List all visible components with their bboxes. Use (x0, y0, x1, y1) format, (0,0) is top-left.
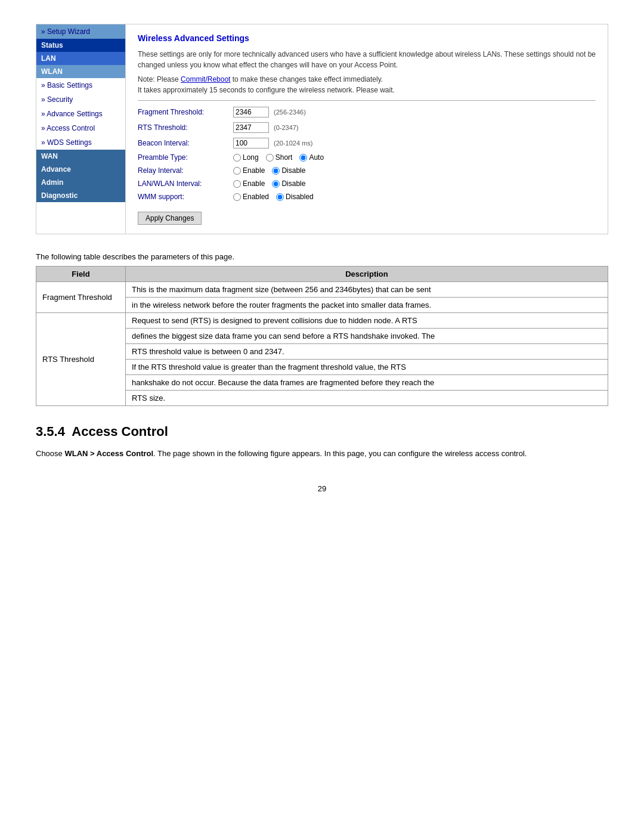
lan-wlan-disable-radio[interactable] (272, 180, 280, 188)
sidebar-item-admin[interactable]: Admin (36, 176, 125, 189)
sidebar-item-wds-settings[interactable]: » WDS Settings (36, 135, 125, 150)
fragment-threshold-label: Fragment Threshold: (138, 108, 233, 116)
field-desc-rts-4: If the RTS threshold value is greater th… (126, 360, 608, 375)
sidebar-item-advance[interactable]: Advance (36, 163, 125, 176)
sidebar-item-lan[interactable]: LAN (36, 52, 125, 65)
router-config-panel: » Setup Wizard Status LAN WLAN » Basic S… (36, 24, 608, 234)
field-desc-fragment-1: This is the maximum data fragment size (… (126, 282, 608, 298)
field-name-fragment: Fragment Threshold (36, 282, 126, 313)
relay-interval-options: Enable Disable (233, 166, 305, 175)
sidebar-item-basic-settings[interactable]: » Basic Settings (36, 78, 125, 92)
desc-intro: The following table describes the parame… (36, 252, 608, 261)
rts-threshold-label: RTS Threshold: (138, 123, 233, 132)
lan-wlan-row: LAN/WLAN Interval: Enable Disable (138, 179, 596, 188)
relay-interval-label: Relay Interval: (138, 166, 233, 175)
description-text: These settings are only for more technic… (138, 49, 596, 70)
preamble-auto-option[interactable]: Auto (299, 153, 324, 162)
section-354: 3.5.4 Access Control Choose WLAN > Acces… (36, 424, 608, 460)
relay-disable-option[interactable]: Disable (272, 166, 305, 175)
sidebar-item-wan[interactable]: WAN (36, 150, 125, 163)
preamble-type-options: Long Short Auto (233, 153, 324, 162)
rts-threshold-range: (0-2347) (274, 124, 299, 131)
preamble-type-label: Preamble Type: (138, 153, 233, 162)
sidebar: » Setup Wizard Status LAN WLAN » Basic S… (36, 24, 126, 234)
lan-wlan-options: Enable Disable (233, 179, 305, 188)
apply-changes-button[interactable]: Apply Changes (138, 212, 202, 225)
note-text: Note: Please Commit/Reboot to make these… (138, 75, 596, 83)
lan-wlan-enable-radio[interactable] (233, 180, 241, 188)
fragment-threshold-row: Fragment Threshold: (256-2346) (138, 107, 596, 117)
fragment-threshold-range: (256-2346) (274, 109, 306, 116)
relay-interval-row: Relay Interval: Enable Disable (138, 166, 596, 175)
wmm-disabled-radio[interactable] (276, 193, 284, 201)
section-body: Choose WLAN > Access Control. The page s… (36, 448, 608, 460)
sidebar-item-status[interactable]: Status (36, 39, 125, 52)
relay-enable-radio[interactable] (233, 167, 241, 175)
sidebar-item-diagnostic[interactable]: Diagnostic (36, 189, 125, 202)
rts-threshold-row: RTS Threshold: (0-2347) (138, 122, 596, 133)
preamble-long-option[interactable]: Long (233, 153, 259, 162)
wmm-enabled-radio[interactable] (233, 193, 241, 201)
description-table-wrapper: The following table describes the parame… (36, 252, 608, 406)
beacon-interval-input[interactable] (233, 138, 269, 148)
beacon-interval-row: Beacon Interval: (20-1024 ms) (138, 138, 596, 148)
page-title: Wireless Advanced Settings (138, 33, 596, 43)
sidebar-item-wlan[interactable]: WLAN (36, 65, 125, 78)
field-desc-rts-3: RTS threshold value is between 0 and 234… (126, 344, 608, 360)
page-number: 29 (36, 484, 608, 493)
table-row: Fragment Threshold This is the maximum d… (36, 282, 608, 298)
field-desc-rts-2: defines the biggest size data frame you … (126, 329, 608, 344)
preamble-long-radio[interactable] (233, 154, 241, 162)
commit-reboot-link[interactable]: Commit/Reboot (181, 75, 230, 83)
preamble-short-option[interactable]: Short (266, 153, 293, 162)
wmm-support-label: WMM support: (138, 193, 233, 201)
wmm-disabled-option[interactable]: Disabled (276, 193, 314, 201)
sidebar-item-advance-settings[interactable]: » Advance Settings (36, 107, 125, 121)
section-heading: 3.5.4 Access Control (36, 424, 608, 439)
lan-wlan-enable-option[interactable]: Enable (233, 179, 265, 188)
table-header-field: Field (36, 267, 126, 282)
preamble-type-row: Preamble Type: Long Short Auto (138, 153, 596, 162)
divider (138, 100, 596, 101)
wmm-support-options: Enabled Disabled (233, 193, 314, 201)
content-area: Wireless Advanced Settings These setting… (126, 24, 608, 234)
note-text-2: It takes approximately 15 seconds to con… (138, 86, 596, 94)
relay-enable-option[interactable]: Enable (233, 166, 265, 175)
sidebar-item-setup-wizard[interactable]: » Setup Wizard (36, 24, 125, 39)
rts-threshold-value: (0-2347) (233, 122, 299, 133)
preamble-auto-radio[interactable] (299, 154, 307, 162)
rts-threshold-input[interactable] (233, 122, 269, 133)
section-body-bold: WLAN > Access Control (64, 449, 153, 458)
field-desc-rts-1: Request to send (RTS) is designed to pre… (126, 313, 608, 329)
sidebar-item-security[interactable]: » Security (36, 92, 125, 107)
wmm-enabled-option[interactable]: Enabled (233, 193, 269, 201)
field-desc-rts-5: hankshake do not occur. Because the data… (126, 375, 608, 391)
fragment-threshold-value: (256-2346) (233, 107, 306, 117)
description-table: Field Description Fragment Threshold Thi… (36, 266, 608, 406)
beacon-interval-label: Beacon Interval: (138, 139, 233, 147)
beacon-interval-range: (20-1024 ms) (274, 140, 312, 147)
lan-wlan-label: LAN/WLAN Interval: (138, 179, 233, 188)
relay-disable-radio[interactable] (272, 167, 280, 175)
field-desc-fragment-2: in the wireless network before the route… (126, 298, 608, 313)
preamble-short-radio[interactable] (266, 154, 274, 162)
fragment-threshold-input[interactable] (233, 107, 269, 117)
field-name-rts: RTS Threshold (36, 313, 126, 406)
table-row: RTS Threshold Request to send (RTS) is d… (36, 313, 608, 329)
lan-wlan-disable-option[interactable]: Disable (272, 179, 305, 188)
field-desc-rts-6: RTS size. (126, 391, 608, 406)
sidebar-item-access-control[interactable]: » Access Control (36, 121, 125, 135)
table-header-description: Description (126, 267, 608, 282)
wmm-support-row: WMM support: Enabled Disabled (138, 193, 596, 201)
beacon-interval-value: (20-1024 ms) (233, 138, 312, 148)
